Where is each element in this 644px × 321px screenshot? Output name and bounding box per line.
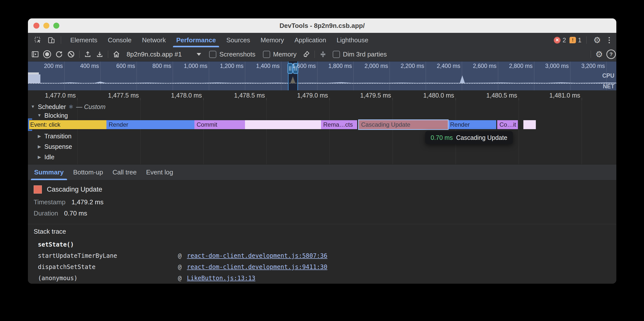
group-suspense[interactable]: ▶ Suspense — [37, 143, 72, 151]
react-icon: ⚛ — [68, 104, 74, 110]
details-tab-bottom-up[interactable]: Bottom-up — [68, 164, 108, 180]
summary-row-timestamp: Timestamp1,479.2 ms — [34, 198, 104, 206]
tab-performance[interactable]: Performance — [171, 33, 221, 47]
minimize-window-button[interactable] — [43, 23, 49, 29]
garbage-collect-icon[interactable] — [301, 49, 312, 59]
upload-profile-icon[interactable] — [82, 49, 93, 59]
stack-frame: dispatchSetState@react-dom-client.develo… — [28, 262, 616, 273]
group-label: Blocking — [44, 112, 68, 119]
event-bar-rema-cts[interactable]: Rema…cts — [321, 120, 357, 129]
details-tab-call-tree[interactable]: Call tree — [108, 164, 141, 180]
tab-application[interactable]: Application — [289, 33, 331, 47]
help-icon[interactable]: ? — [606, 49, 616, 59]
separator — [591, 50, 591, 58]
ruler-tick-label: 1,478.0 ms — [157, 92, 202, 99]
home-icon[interactable] — [111, 49, 122, 59]
triangle-right-icon: ▶ — [37, 134, 42, 139]
stack-frame: setState() — [28, 240, 616, 251]
ruler-tick-label: 1,478.5 ms — [220, 92, 265, 99]
net-strip-label: NET — [603, 83, 614, 90]
tab-lighthouse[interactable]: Lighthouse — [332, 33, 374, 47]
download-profile-icon[interactable] — [94, 49, 105, 59]
toggle-sidebar-icon[interactable] — [30, 49, 40, 59]
event-bar-event-click[interactable]: Event: click — [28, 120, 106, 129]
overview-tick-label: 1,400 ms — [242, 63, 280, 69]
zoom-window-button[interactable] — [53, 23, 59, 29]
overview-tick-label: 1,800 ms — [314, 63, 352, 69]
chevron-down-icon — [197, 53, 201, 56]
group-blocking[interactable]: ▼ Blocking — [37, 112, 68, 119]
screenshots-checkbox[interactable]: Screenshots — [206, 50, 258, 58]
ruler-tick — [203, 98, 204, 100]
scheduler-track-label: Scheduler — [38, 103, 66, 111]
warning-icon: ! — [570, 37, 576, 43]
event-bar-co-it[interactable]: Co…it — [497, 120, 518, 129]
target-selector-value: 8p2n9n.csb.app #1 — [126, 50, 182, 58]
group-transition[interactable]: ▶ Transition — [37, 132, 72, 140]
settings-gear-icon[interactable]: ⚙ — [592, 35, 603, 45]
inspect-element-icon[interactable] — [32, 35, 43, 45]
summary-label: Timestamp — [34, 198, 66, 206]
tab-network[interactable]: Network — [137, 33, 171, 47]
screenshot-stage: DevTools - 8p2n9n.csb.app/ — [0, 0, 644, 321]
record-icon[interactable] — [42, 49, 52, 59]
stack-frame-source-link[interactable]: react-dom-client.development.js:5807:36 — [187, 252, 328, 259]
overview-tick-label: 1,600 ms — [278, 63, 316, 69]
stack-frame-source-link[interactable]: react-dom-client.development.js:9411:30 — [187, 264, 328, 271]
target-selector[interactable]: 8p2n9n.csb.app #1 — [123, 50, 204, 58]
more-options-icon[interactable] — [606, 36, 612, 44]
details-tab-event-log[interactable]: Event log — [141, 164, 178, 180]
tab-sources[interactable]: Sources — [221, 33, 255, 47]
track-gridline — [266, 100, 267, 164]
event-bar-unlabeled[interactable] — [523, 120, 536, 129]
overview-tick-label: 2,200 ms — [386, 63, 424, 69]
error-badge[interactable]: ✕ 2 — [554, 37, 566, 44]
event-bar-render[interactable]: Render — [106, 120, 194, 129]
separator — [79, 50, 80, 58]
summary-value: 1,479.2 ms — [72, 198, 104, 206]
summary-title-row: Cascading Update — [34, 185, 102, 194]
separator — [314, 50, 315, 58]
warning-badge[interactable]: ! 1 — [570, 37, 582, 44]
tab-elements[interactable]: Elements — [65, 33, 102, 47]
timeline-overview[interactable]: CPU NET 200 ms400 ms600 ms800 ms1,000 ms… — [28, 61, 616, 90]
warning-count: 1 — [578, 37, 582, 44]
tab-console[interactable]: Console — [102, 33, 136, 47]
clear-icon[interactable] — [66, 49, 76, 59]
collapse-sections-icon[interactable] — [318, 49, 328, 59]
group-idle[interactable]: ▶ Idle — [37, 153, 54, 161]
details-tab-summary[interactable]: Summary — [30, 164, 68, 180]
capture-settings-gear-icon[interactable]: ⚙ — [594, 49, 604, 59]
overview-tick-label: 2,800 ms — [495, 63, 532, 69]
checkbox-box — [209, 51, 216, 58]
tab-memory[interactable]: Memory — [256, 33, 289, 47]
ruler-tick — [330, 98, 330, 100]
close-window-button[interactable] — [34, 23, 40, 29]
memory-checkbox[interactable]: Memory — [260, 50, 300, 58]
event-bar-cascading-update[interactable]: Cascading Update — [359, 120, 448, 129]
event-bar-render[interactable]: Render — [448, 120, 496, 129]
event-bar-unlabeled[interactable] — [245, 120, 321, 129]
summary-value: 0.70 ms — [64, 209, 87, 217]
ruler-tick — [519, 98, 519, 100]
group-label: Idle — [44, 154, 54, 161]
performance-toolbar: 8p2n9n.csb.app #1 Screenshots Memory — [28, 47, 616, 61]
stack-frame-function: (anonymous) — [38, 275, 78, 282]
stack-frame: (anonymous)@LikeButton.js:13:13 — [28, 273, 616, 284]
triangle-right-icon: ▶ — [37, 144, 42, 149]
screenshots-label: Screenshots — [219, 50, 256, 58]
separator — [61, 36, 61, 44]
event-bar-commit[interactable]: Commit — [194, 120, 245, 129]
track-gridline — [519, 100, 519, 164]
dim-3rd-parties-checkbox[interactable]: Dim 3rd parties — [330, 50, 390, 58]
stack-frame-source-link[interactable]: LikeButton.js:13:13 — [187, 275, 256, 282]
stack-trace-heading: Stack trace — [34, 228, 66, 235]
reload-and-record-icon[interactable] — [54, 49, 64, 59]
stack-frame-at: @ — [178, 252, 182, 259]
device-toolbar-icon[interactable] — [46, 35, 57, 45]
ruler-tick-label: 1,480.0 ms — [409, 92, 454, 99]
scheduler-track-header[interactable]: ▼ Scheduler ⚛ — Custom — [30, 103, 106, 111]
overview-tick-label: 2,600 ms — [458, 63, 496, 69]
summary-panel: Cascading Update Timestamp1,479.2 ms Dur… — [28, 180, 616, 224]
stack-frame-at: @ — [178, 264, 182, 271]
